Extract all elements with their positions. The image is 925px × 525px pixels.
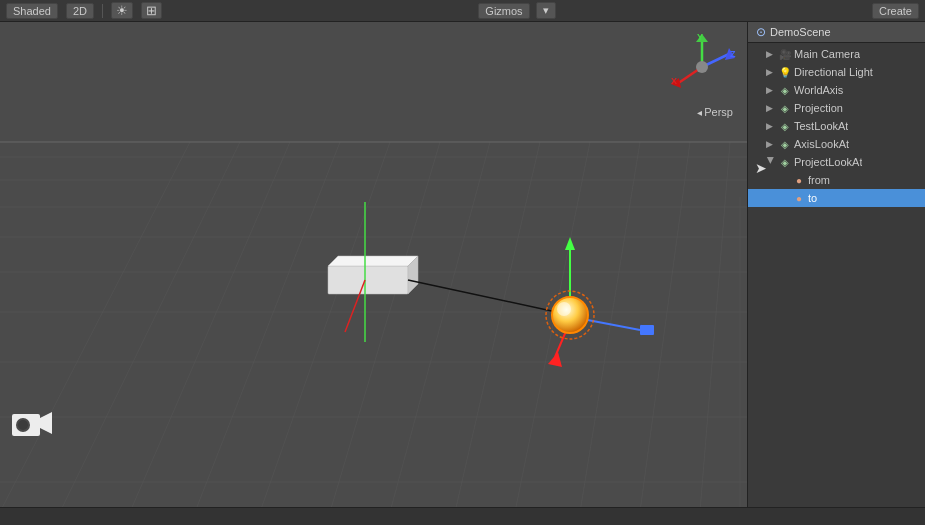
hierarchy-item-main-camera[interactable]: ▶ 🎥 Main Camera xyxy=(748,45,925,63)
hierarchy-item-projection[interactable]: ▶ ◈ Projection xyxy=(748,99,925,117)
item-label-main-camera: Main Camera xyxy=(794,48,860,60)
svg-text:Z: Z xyxy=(730,49,736,59)
svg-point-46 xyxy=(696,61,708,73)
create-button[interactable]: Create xyxy=(872,3,919,19)
object-item-icon-projection: ◈ xyxy=(778,101,792,115)
svg-rect-24 xyxy=(328,266,408,294)
box-object xyxy=(328,256,418,294)
separator-1 xyxy=(102,4,103,18)
svg-marker-37 xyxy=(40,412,52,434)
item-label-project-look-at: ProjectLookAt xyxy=(794,156,862,168)
item-label-to: to xyxy=(808,192,817,204)
status-bar xyxy=(0,507,925,525)
expand-arrow: ▶ xyxy=(766,103,776,113)
hierarchy-item-to[interactable]: ● to xyxy=(748,189,925,207)
hierarchy-item-directional-light[interactable]: ▶ 💡 Directional Light xyxy=(748,63,925,81)
hierarchy-item-axis-look-at[interactable]: ▶ ◈ AxisLookAt xyxy=(748,135,925,153)
hierarchy-title: DemoScene xyxy=(770,26,831,38)
hierarchy-item-world-axis[interactable]: ▶ ◈ WorldAxis xyxy=(748,81,925,99)
main-area: Y Z X Persp ⊙ DemoScene ▶ 🎥 Main Camera … xyxy=(0,22,925,507)
toolbar-center: Gizmos ▾ xyxy=(478,2,555,19)
item-label-directional-light: Directional Light xyxy=(794,66,873,78)
hierarchy-list: ▶ 🎥 Main Camera ▶ 💡 Directional Light ▶ … xyxy=(748,43,925,507)
orientation-gizmo[interactable]: Y Z X xyxy=(667,32,737,102)
object-item-icon-project: ◈ xyxy=(778,155,792,169)
item-label-test-look-at: TestLookAt xyxy=(794,120,848,132)
expand-arrow: ▶ xyxy=(766,121,776,131)
svg-text:Y: Y xyxy=(697,32,703,42)
expand-arrow: ▶ xyxy=(766,49,776,59)
sphere-item-icon-from: ● xyxy=(792,173,806,187)
svg-text:X: X xyxy=(671,76,677,86)
expand-arrow: ▶ xyxy=(766,67,776,77)
top-toolbar: Shaded 2D ☀ ⊞ Gizmos ▾ Create xyxy=(0,0,925,22)
sphere-item-icon-to: ● xyxy=(792,191,806,205)
2d-button[interactable]: 2D xyxy=(66,3,94,19)
object-item-icon-axis: ◈ xyxy=(778,137,792,151)
persp-text: Persp xyxy=(704,106,733,118)
svg-point-39 xyxy=(18,420,28,430)
hierarchy-panel: ⊙ DemoScene ▶ 🎥 Main Camera ▶ 💡 Directio… xyxy=(747,22,925,507)
hierarchy-item-project-look-at[interactable]: ▶ ◈ ProjectLookAt xyxy=(748,153,925,171)
item-label-axis-look-at: AxisLookAt xyxy=(794,138,849,150)
expand-arrow: ▶ xyxy=(766,139,776,149)
item-label-projection: Projection xyxy=(794,102,843,114)
viewport[interactable]: Y Z X Persp xyxy=(0,22,747,507)
persp-label[interactable]: Persp xyxy=(697,106,733,118)
gizmos-dropdown[interactable]: ▾ xyxy=(536,2,556,19)
object-item-icon: ◈ xyxy=(778,83,792,97)
camera-item-icon: 🎥 xyxy=(778,47,792,61)
svg-rect-33 xyxy=(640,325,654,335)
expand-arrow-expanded: ▶ xyxy=(766,157,776,167)
light-item-icon: 💡 xyxy=(778,65,792,79)
hierarchy-item-from[interactable]: ● from xyxy=(748,171,925,189)
gizmos-button[interactable]: Gizmos xyxy=(478,3,529,19)
item-label-from: from xyxy=(808,174,830,186)
scene-icon: ⊙ xyxy=(756,25,766,39)
object-item-icon-test: ◈ xyxy=(778,119,792,133)
shaded-button[interactable]: Shaded xyxy=(6,3,58,19)
gizmo-btn-1[interactable]: ☀ xyxy=(111,2,133,19)
camera-icon xyxy=(10,406,52,447)
hierarchy-item-test-look-at[interactable]: ▶ ◈ TestLookAt xyxy=(748,117,925,135)
scene-svg xyxy=(0,22,747,507)
svg-marker-25 xyxy=(328,256,418,266)
gizmo-btn-2[interactable]: ⊞ xyxy=(141,2,162,19)
expand-arrow: ▶ xyxy=(766,85,776,95)
item-label-world-axis: WorldAxis xyxy=(794,84,843,96)
svg-point-34 xyxy=(557,302,571,316)
hierarchy-header: ⊙ DemoScene xyxy=(748,22,925,43)
sphere-object xyxy=(552,297,588,333)
